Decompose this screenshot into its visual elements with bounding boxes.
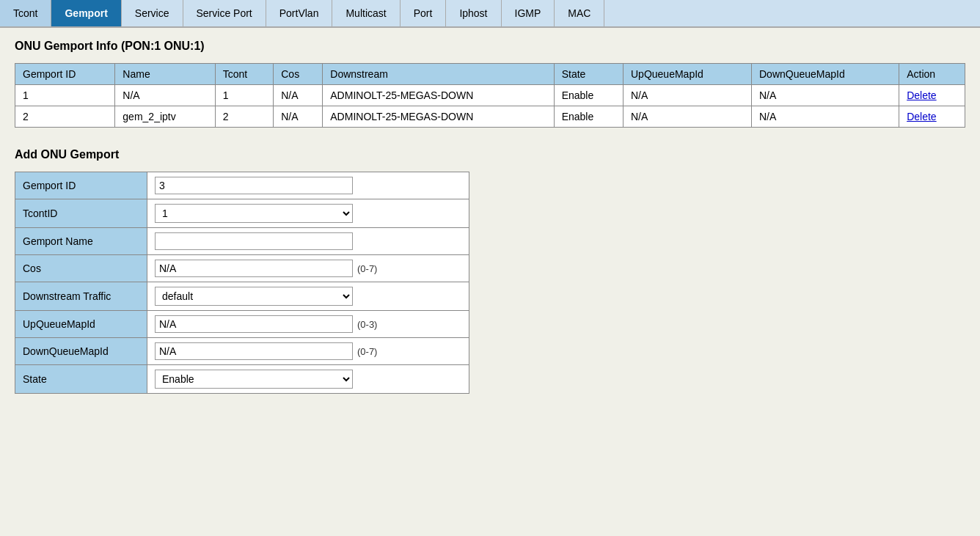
upqueue-row: UpQueueMapId (0-3) <box>15 311 469 338</box>
downqueue-row: DownQueueMapId (0-7) <box>15 338 469 365</box>
col-cos: Cos <box>274 64 323 85</box>
downqueue-input[interactable] <box>155 342 353 360</box>
state-row: State EnableDisable <box>15 365 469 394</box>
gemport-table: Gemport IDNameTcontCosDownstreamStateUpQ… <box>15 63 965 128</box>
tab-tcont[interactable]: Tcont <box>0 0 51 26</box>
downstream-label: Downstream Traffic <box>15 282 147 311</box>
tab-iphost[interactable]: Iphost <box>446 0 501 26</box>
tab-service[interactable]: Service <box>122 0 183 26</box>
cos-hint: (0-7) <box>357 263 377 274</box>
add-gemport-form: Gemport ID TcontID 12 Gemport Name Cos <box>15 172 469 394</box>
state-select[interactable]: EnableDisable <box>155 370 353 389</box>
delete-link[interactable]: Delete <box>907 111 936 122</box>
form-title: Add ONU Gemport <box>15 148 965 161</box>
gemport-id-label: Gemport ID <box>15 172 147 199</box>
downqueue-hint: (0-7) <box>357 346 377 357</box>
col-downqueuemapid: DownQueueMapId <box>752 64 899 85</box>
tab-gemport[interactable]: Gemport <box>51 0 121 26</box>
info-title: ONU Gemport Info (PON:1 ONU:1) <box>15 40 965 53</box>
state-label: State <box>15 365 147 394</box>
table-row: 1N/A1N/AADMINOLT-25-MEGAS-DOWNEnableN/AN… <box>15 85 965 106</box>
downstream-row: Downstream Traffic default <box>15 282 469 311</box>
downqueue-label: DownQueueMapId <box>15 338 147 365</box>
gemport-name-label: Gemport Name <box>15 228 147 255</box>
tab-multicast[interactable]: Multicast <box>332 0 400 26</box>
tab-port[interactable]: Port <box>401 0 447 26</box>
cos-input[interactable] <box>155 260 353 277</box>
gemport-name-row: Gemport Name <box>15 228 469 255</box>
col-upqueuemapid: UpQueueMapId <box>624 64 752 85</box>
tab-portvlan[interactable]: PortVlan <box>266 0 333 26</box>
col-name: Name <box>115 64 215 85</box>
upqueue-hint: (0-3) <box>357 319 377 330</box>
tab-serviceport[interactable]: Service Port <box>183 0 266 26</box>
gemport-id-row: Gemport ID <box>15 172 469 199</box>
tab-bar: TcontGemportServiceService PortPortVlanM… <box>0 0 980 28</box>
col-action: Action <box>899 64 965 85</box>
tab-igmp[interactable]: IGMP <box>502 0 555 26</box>
col-state: State <box>554 64 623 85</box>
table-row: 2gem_2_iptv2N/AADMINOLT-25-MEGAS-DOWNEna… <box>15 106 965 128</box>
gemport-name-input[interactable] <box>155 232 353 250</box>
tcont-id-label: TcontID <box>15 199 147 228</box>
tab-mac[interactable]: MAC <box>555 0 604 26</box>
gemport-id-input[interactable] <box>155 177 353 194</box>
cos-label: Cos <box>15 255 147 282</box>
col-downstream: Downstream <box>323 64 554 85</box>
delete-link[interactable]: Delete <box>907 89 936 101</box>
upqueue-input[interactable] <box>155 315 353 333</box>
upqueue-label: UpQueueMapId <box>15 311 147 338</box>
tcont-id-row: TcontID 12 <box>15 199 469 228</box>
col-gemport-id: Gemport ID <box>15 64 115 85</box>
col-tcont: Tcont <box>215 64 274 85</box>
downstream-select[interactable]: default <box>155 287 353 306</box>
main-content: ONU Gemport Info (PON:1 ONU:1) Gemport I… <box>0 28 980 405</box>
tcont-id-select[interactable]: 12 <box>155 204 353 223</box>
cos-row: Cos (0-7) <box>15 255 469 282</box>
